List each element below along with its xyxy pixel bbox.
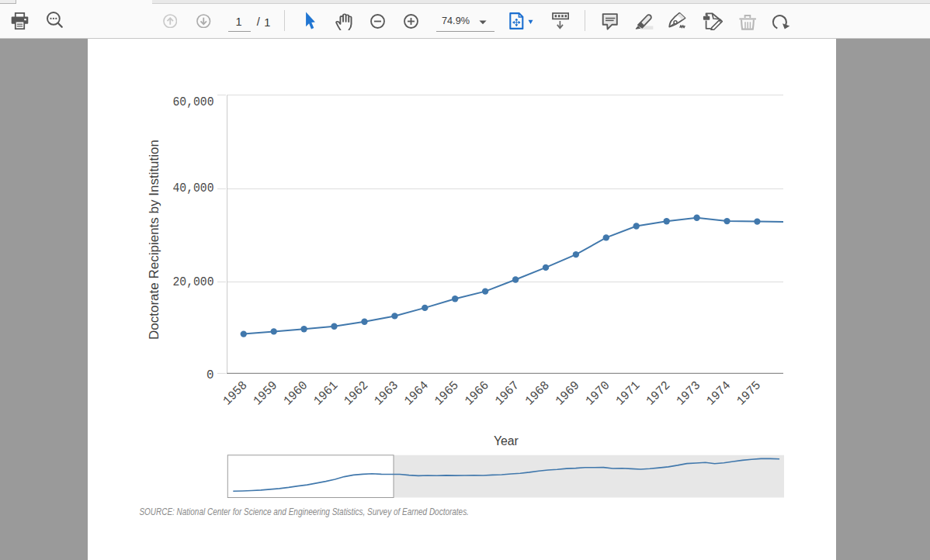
svg-text:Doctorate Recipients by Instit: Doctorate Recipients by Institution — [147, 140, 161, 340]
svg-text:1958: 1958 — [220, 379, 250, 408]
svg-text:1966: 1966 — [462, 379, 491, 408]
svg-text:1967: 1967 — [492, 379, 522, 408]
svg-text:1969: 1969 — [553, 379, 582, 408]
svg-text:1963: 1963 — [372, 379, 401, 408]
svg-text:1975: 1975 — [734, 379, 764, 408]
svg-text:0: 0 — [206, 368, 214, 382]
svg-text:1965: 1965 — [432, 379, 462, 408]
svg-text:1971: 1971 — [613, 379, 643, 408]
svg-text:1972: 1972 — [644, 379, 673, 408]
svg-text:1970: 1970 — [583, 379, 612, 408]
svg-text:Year: Year — [494, 434, 519, 448]
svg-text:SOURCE: National Center for Sc: SOURCE: National Center for Science and … — [139, 506, 469, 517]
svg-text:1964: 1964 — [402, 379, 432, 408]
svg-text:1961: 1961 — [311, 379, 341, 408]
svg-text:1959: 1959 — [251, 379, 280, 408]
svg-text:1974: 1974 — [704, 379, 734, 408]
svg-text:60,000: 60,000 — [173, 95, 214, 109]
svg-text:40,000: 40,000 — [173, 181, 214, 195]
svg-text:20,000: 20,000 — [173, 275, 214, 289]
svg-text:1968: 1968 — [522, 379, 552, 408]
svg-text:1973: 1973 — [674, 379, 703, 408]
svg-text:1962: 1962 — [342, 379, 371, 408]
svg-text:1960: 1960 — [281, 379, 311, 408]
